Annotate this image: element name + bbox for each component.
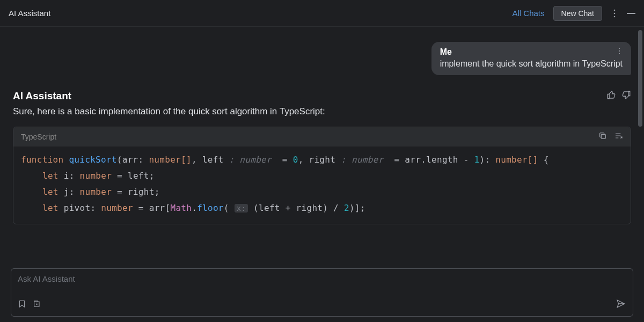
header: AI Assistant All Chats New Chat <box>0 0 644 27</box>
panel-title: AI Assistant <box>9 9 50 18</box>
code-language-label: TypeScript <box>21 133 56 141</box>
thumbs-up-icon[interactable] <box>606 90 616 102</box>
bookmark-icon[interactable] <box>18 299 26 310</box>
svg-point-1 <box>614 12 616 14</box>
insert-code-icon[interactable] <box>614 131 623 142</box>
chat-input-placeholder: Ask AI Assistant <box>18 274 626 296</box>
thumbs-down-icon[interactable] <box>621 90 631 102</box>
code-block: TypeScript function quickSort(arr: numbe… <box>13 127 631 224</box>
user-message-bubble: Me implement the quick sort algorithm in… <box>13 42 631 75</box>
copy-code-icon[interactable] <box>598 131 607 142</box>
header-actions: All Chats New Chat <box>513 6 636 21</box>
user-message-text: implement the quick sort algorithm in Ty… <box>440 59 623 69</box>
ai-name-label: AI Assistant <box>13 90 71 102</box>
attach-file-icon[interactable] <box>33 299 41 310</box>
message-more-icon[interactable] <box>616 47 623 57</box>
minimize-icon[interactable] <box>627 13 635 14</box>
code-body[interactable]: function quickSort(arr: number[], left :… <box>13 147 631 224</box>
scrollbar[interactable] <box>638 0 642 322</box>
svg-point-3 <box>619 48 620 49</box>
chat-area: Me implement the quick sort algorithm in… <box>0 27 644 263</box>
chat-input[interactable]: Ask AI Assistant <box>11 268 633 317</box>
send-icon[interactable] <box>616 299 626 311</box>
user-name-label: Me <box>440 47 452 57</box>
svg-point-2 <box>614 16 616 17</box>
all-chats-link[interactable]: All Chats <box>513 9 545 18</box>
new-chat-button[interactable]: New Chat <box>553 6 602 21</box>
svg-point-5 <box>619 53 620 54</box>
ai-message-header: AI Assistant <box>13 90 631 102</box>
svg-point-0 <box>614 9 616 11</box>
svg-point-4 <box>619 50 620 52</box>
scrollbar-thumb[interactable] <box>638 30 642 127</box>
more-options-icon[interactable] <box>611 9 618 18</box>
svg-rect-6 <box>601 134 605 138</box>
ai-message-text: Sure, here is a basic implementation of … <box>13 106 631 117</box>
